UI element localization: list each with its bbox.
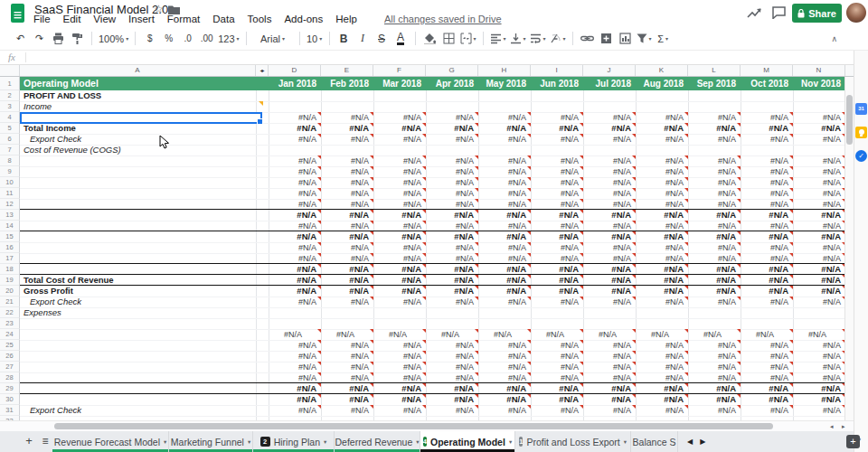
- data-cell[interactable]: #N/A: [269, 166, 321, 177]
- data-cell[interactable]: #N/A: [426, 134, 478, 145]
- data-cell[interactable]: #N/A: [636, 155, 688, 166]
- data-cell[interactable]: #N/A: [269, 242, 321, 253]
- data-cell[interactable]: #N/A: [478, 405, 531, 416]
- data-cell[interactable]: #N/A: [478, 188, 531, 199]
- data-cell[interactable]: #N/A: [636, 394, 688, 405]
- month-header-cell[interactable]: Apr 2018: [426, 77, 478, 90]
- data-cell[interactable]: #N/A: [793, 351, 844, 362]
- data-cell[interactable]: #N/A: [688, 155, 741, 166]
- month-header-cell[interactable]: Jan 2018: [269, 77, 321, 90]
- data-cell[interactable]: #N/A: [741, 123, 793, 134]
- data-cell[interactable]: #N/A: [741, 362, 793, 372]
- data-cell[interactable]: #N/A: [321, 134, 373, 145]
- zoom-select[interactable]: 100%▾: [99, 31, 128, 47]
- data-cell[interactable]: #N/A: [531, 134, 583, 145]
- data-cell[interactable]: #N/A: [688, 231, 741, 242]
- data-cell[interactable]: #N/A: [688, 210, 741, 221]
- data-cell[interactable]: #N/A: [583, 210, 636, 221]
- data-cell[interactable]: #N/A: [583, 405, 636, 416]
- data-cell[interactable]: #N/A: [321, 329, 373, 340]
- data-cell[interactable]: #N/A: [636, 340, 688, 351]
- row-label-cell[interactable]: Export Check: [20, 134, 256, 145]
- data-cell[interactable]: #N/A: [373, 297, 426, 307]
- data-cell[interactable]: #N/A: [688, 351, 741, 362]
- data-cell[interactable]: #N/A: [688, 297, 741, 307]
- row-number-3[interactable]: 3: [0, 101, 20, 112]
- tabs-scroll-right-icon[interactable]: ▶: [700, 438, 705, 446]
- menu-view[interactable]: View: [93, 14, 116, 24]
- data-cell[interactable]: #N/A: [321, 286, 373, 297]
- menu-tools[interactable]: Tools: [248, 14, 272, 24]
- data-cell[interactable]: #N/A: [741, 297, 793, 307]
- month-header-cell[interactable]: Mar 2018: [373, 77, 426, 90]
- row-number-27[interactable]: 27: [0, 362, 20, 372]
- row-number-4[interactable]: 4: [0, 112, 20, 123]
- data-cell[interactable]: #N/A: [426, 242, 478, 253]
- data-cell[interactable]: #N/A: [741, 286, 793, 297]
- data-cell[interactable]: #N/A: [688, 329, 741, 340]
- data-cell[interactable]: #N/A: [373, 362, 426, 372]
- row-number-7[interactable]: 7: [0, 145, 20, 155]
- insert-comment-icon[interactable]: [599, 31, 614, 47]
- data-cell[interactable]: #N/A: [531, 188, 583, 199]
- data-cell[interactable]: #N/A: [321, 242, 373, 253]
- vertical-scrollbar-thumb[interactable]: [846, 95, 853, 145]
- data-cell[interactable]: #N/A: [373, 210, 426, 221]
- column-header-g[interactable]: G: [426, 65, 478, 76]
- data-cell[interactable]: #N/A: [426, 286, 478, 297]
- number-format-select[interactable]: 123▾: [218, 31, 239, 47]
- formula-bar[interactable]: fx: [0, 51, 854, 65]
- data-cell[interactable]: #N/A: [321, 123, 373, 134]
- all-sheets-button[interactable]: ≡: [38, 434, 52, 448]
- data-cell[interactable]: #N/A: [636, 188, 688, 199]
- row-label-cell[interactable]: Gross Profit: [20, 286, 256, 297]
- menu-insert[interactable]: Insert: [128, 14, 155, 24]
- data-cell[interactable]: #N/A: [426, 231, 478, 242]
- data-cell[interactable]: #N/A: [688, 340, 741, 351]
- data-cell[interactable]: #N/A: [793, 362, 844, 372]
- data-cell[interactable]: #N/A: [531, 351, 583, 362]
- row-number-32[interactable]: 32: [0, 416, 20, 420]
- data-cell[interactable]: #N/A: [426, 351, 478, 362]
- month-header-cell[interactable]: Feb 2018: [321, 77, 373, 90]
- user-avatar[interactable]: [846, 3, 866, 23]
- data-cell[interactable]: #N/A: [636, 351, 688, 362]
- data-cell[interactable]: #N/A: [269, 394, 321, 405]
- data-cell[interactable]: #N/A: [688, 123, 741, 134]
- data-cell[interactable]: #N/A: [793, 123, 844, 134]
- data-cell[interactable]: #N/A: [531, 329, 583, 340]
- data-cell[interactable]: #N/A: [269, 297, 321, 307]
- data-cell[interactable]: #N/A: [321, 155, 373, 166]
- data-cell[interactable]: #N/A: [583, 242, 636, 253]
- data-cell[interactable]: #N/A: [269, 231, 321, 242]
- data-cell[interactable]: #N/A: [478, 166, 531, 177]
- data-cell[interactable]: #N/A: [426, 329, 478, 340]
- data-cell[interactable]: #N/A: [636, 286, 688, 297]
- data-cell[interactable]: #N/A: [269, 329, 321, 340]
- data-cell[interactable]: #N/A: [636, 242, 688, 253]
- column-header-k[interactable]: K: [636, 65, 688, 76]
- data-cell[interactable]: #N/A: [583, 231, 636, 242]
- data-cell[interactable]: #N/A: [269, 286, 321, 297]
- data-cell[interactable]: #N/A: [741, 231, 793, 242]
- data-cell[interactable]: #N/A: [531, 210, 583, 221]
- data-cell[interactable]: #N/A: [321, 405, 373, 416]
- data-cell[interactable]: #N/A: [373, 329, 426, 340]
- data-cell[interactable]: #N/A: [373, 177, 426, 188]
- data-cell[interactable]: #N/A: [478, 231, 531, 242]
- data-cell[interactable]: #N/A: [583, 177, 636, 188]
- data-cell[interactable]: #N/A: [373, 231, 426, 242]
- tab-menu-arrow-icon[interactable]: ▾: [164, 438, 166, 446]
- decrease-decimals-icon[interactable]: .0: [180, 31, 195, 47]
- menu-addons[interactable]: Add-ons: [284, 14, 323, 24]
- column-header-a[interactable]: A: [20, 65, 256, 76]
- row-number-11[interactable]: 11: [0, 188, 20, 199]
- row-number-9[interactable]: 9: [0, 166, 20, 177]
- data-cell[interactable]: #N/A: [426, 188, 478, 199]
- tab-menu-arrow-icon[interactable]: ▾: [324, 438, 326, 446]
- data-cell[interactable]: #N/A: [531, 231, 583, 242]
- tasks-icon[interactable]: ✓: [855, 150, 867, 162]
- row-number-30[interactable]: 30: [0, 394, 20, 405]
- data-cell[interactable]: #N/A: [793, 134, 844, 145]
- data-cell[interactable]: #N/A: [426, 166, 478, 177]
